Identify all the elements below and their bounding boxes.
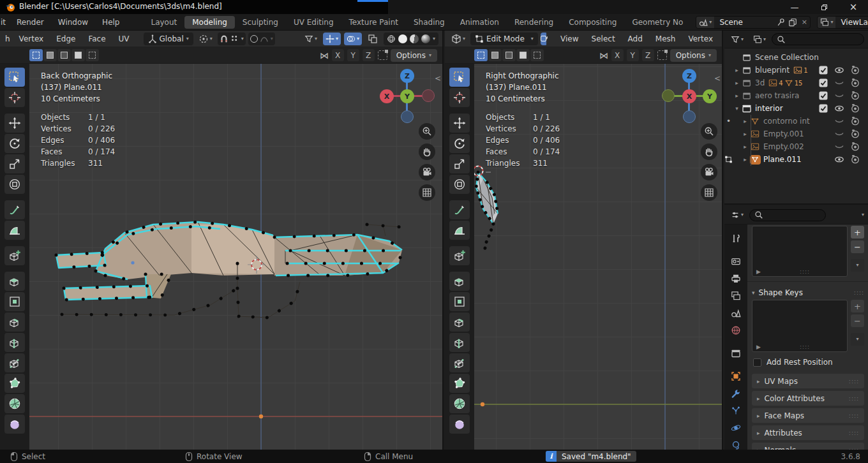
gizmo-x[interactable]: X [380,89,394,103]
row-blueprint[interactable]: ▸ blueprint 1 [724,64,868,77]
tool-bevel[interactable] [4,312,25,332]
panel-grip[interactable]: :::: [849,413,859,419]
mirror-y-toggle[interactable]: Y [627,49,639,61]
tool-cursor[interactable] [4,88,25,107]
resize-grip[interactable]: :::: [800,268,810,275]
tab-rendering[interactable]: Rendering [507,16,561,29]
hide-eye-toggle[interactable] [831,142,847,152]
close-button[interactable]: × [839,0,868,14]
exclude-checkbox[interactable] [815,65,831,75]
tool-loop-cut[interactable] [449,333,470,352]
mirror-z-toggle[interactable]: Z [363,49,375,61]
tab-tool[interactable] [726,230,745,247]
disable-render-toggle[interactable] [847,103,863,114]
tab-sculpting[interactable]: Sculpting [235,16,286,29]
exclude-checkbox[interactable] [815,103,831,114]
panel-color-attributes[interactable]: ▸Color Attributes:::: [752,391,864,406]
hide-eye-toggle[interactable] [831,65,847,75]
tool-annotate[interactable] [449,200,470,219]
select-subtract-button[interactable] [502,49,516,61]
gizmo-z[interactable]: Z [400,69,414,83]
tab-compositing[interactable]: Compositing [561,16,624,29]
select-intersect-button[interactable] [530,49,544,61]
tool-add-cube[interactable] [4,246,25,265]
tab-texture-paint[interactable]: Texture Paint [341,16,406,29]
tool-poly-build[interactable] [4,374,25,393]
outliner-search-input[interactable] [772,33,864,45]
tool-smooth[interactable] [449,415,470,434]
tab-uv-editing[interactable]: UV Editing [286,16,341,29]
tool-transform[interactable] [4,175,25,194]
camera-view-button[interactable] [419,164,435,180]
correct-face-attributes-icon[interactable] [378,50,387,60]
select-intersect-button[interactable] [86,49,99,61]
tool-knife[interactable] [449,353,470,372]
scene-browse-button[interactable]: ▾ [696,17,714,28]
shape-keys-listbox[interactable]: ▶ :::: [752,300,848,352]
add-rest-position-checkbox[interactable] [753,358,761,367]
specials-dropdown[interactable]: ▾ [851,333,864,346]
pan-button[interactable] [701,143,717,160]
visibility-filter-dropdown[interactable]: ▾ [302,33,320,45]
row-scene-collection[interactable]: Scene Collection [724,51,868,64]
tool-extrude-region[interactable] [4,272,25,291]
mirror-y-toggle[interactable]: Y [347,49,359,61]
specials-dropdown[interactable]: ▾ [851,259,864,272]
tab-particles[interactable] [726,402,745,419]
options-dropdown[interactable]: Options▾ [670,49,717,62]
properties-editor-type-dropdown[interactable]: ▾ [728,209,746,221]
row-plane-011[interactable]: ▸ Plane.011 [724,153,868,166]
mesh-faces[interactable] [56,222,402,300]
correct-face-attributes-icon[interactable] [657,50,667,60]
pivot-point-dropdown[interactable]: ▾ [196,33,215,45]
minimize-button[interactable]: — [780,0,809,14]
camera-view-button[interactable] [701,164,717,180]
tool-knife[interactable] [4,353,25,372]
shading-solid-icon[interactable] [398,34,407,43]
tool-move[interactable] [4,114,25,133]
gizmo-neg-y[interactable] [662,89,675,102]
panel-attributes[interactable]: ▸Attributes:::: [752,425,864,440]
tool-spin[interactable] [4,394,25,413]
add-item-button[interactable]: + [851,300,864,312]
mode-dropdown[interactable]: Edit Mode ▾ [470,33,538,45]
specials-arrow[interactable]: ▶ [756,268,761,275]
select-set-button[interactable] [474,49,488,61]
tab-render[interactable] [726,253,745,270]
select-subtract-button[interactable] [57,49,71,61]
restore-button[interactable] [809,0,839,14]
remove-item-button[interactable]: − [851,314,864,327]
tool-transform[interactable] [449,175,470,194]
scene-pin-icon[interactable] [775,18,787,27]
panel-grip[interactable]: :::: [849,378,859,385]
hide-eye-toggle[interactable] [831,78,847,88]
tab-geometry-nodes-clipped[interactable]: Geometry No [624,16,691,29]
select-extend-button[interactable] [43,49,57,61]
snap-target-icon[interactable] [230,34,239,43]
resize-grip[interactable]: :::: [800,344,810,350]
show-overlays-toggle[interactable]: ▾ [344,33,362,45]
tool-select-box[interactable] [4,68,25,87]
menu-window[interactable]: Window [51,18,95,27]
shape-keys-panel-header[interactable]: ▾ Shape Keys :::: [752,286,864,300]
tool-add-cube[interactable] [449,246,470,265]
shading-rendered-icon[interactable] [421,34,430,43]
tool-inset-faces[interactable] [4,292,25,311]
disable-render-toggle[interactable] [847,142,863,152]
menu-add[interactable]: Add [623,34,648,43]
tab-output[interactable] [726,270,745,287]
row-empty-001[interactable]: ▸ Empty.001 [724,128,868,140]
tool-extrude-region[interactable] [449,272,470,291]
vertex-groups-listbox[interactable]: ▶ :::: [752,226,848,277]
tab-object[interactable] [726,367,745,385]
options-dropdown[interactable]: Options▾ [391,49,437,62]
panel-uv-maps[interactable]: ▸UV Maps:::: [752,374,864,388]
tab-constraints[interactable] [726,436,745,450]
panel-face-maps[interactable]: ▸Face Maps:::: [752,408,864,423]
viewlayer-browse-button[interactable]: ▾ [818,17,835,28]
tool-measure[interactable] [449,221,470,240]
select-invert-button[interactable] [516,49,530,61]
xray-toggle[interactable] [365,33,380,45]
tab-modifiers[interactable] [726,385,745,402]
select-set-button[interactable] [29,49,43,61]
